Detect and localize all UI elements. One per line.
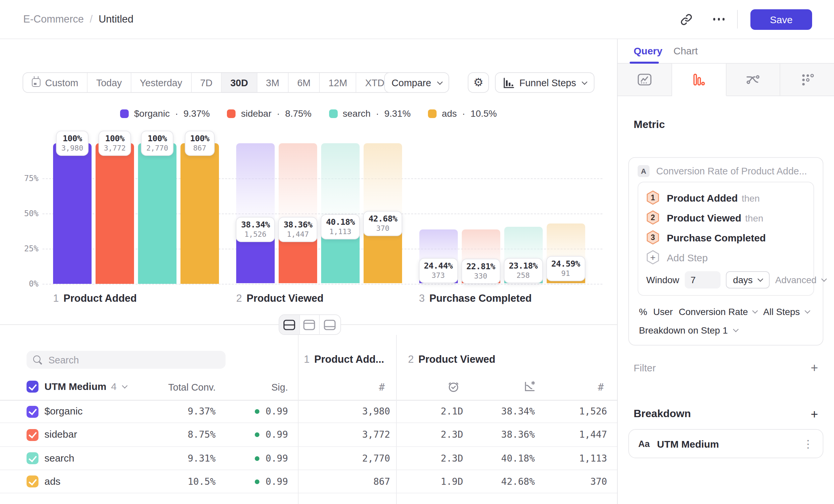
funnel-bar-ads-step1[interactable]: [180, 143, 219, 283]
date-range-7d[interactable]: 7D: [192, 73, 222, 92]
metric-letter-badge: A: [638, 165, 650, 177]
chevron-down-icon: [122, 383, 127, 388]
date-range-30d[interactable]: 30D: [222, 73, 257, 92]
date-range-custom[interactable]: Custom: [23, 73, 88, 92]
breadcrumb-parent[interactable]: E-Commerce: [23, 13, 84, 25]
cell-step2-time: 2.3D: [441, 429, 463, 440]
query-step-2[interactable]: 2Product Viewed then: [646, 208, 806, 227]
count-icon[interactable]: #: [379, 381, 385, 393]
bar-value-label[interactable]: 24.44%373: [419, 258, 458, 283]
breakdown-item[interactable]: Aa UTM Medium ⋮: [628, 429, 824, 458]
funnel-bar-search-step1[interactable]: [138, 143, 176, 283]
window-value-input[interactable]: [685, 271, 721, 289]
legend-item-ads[interactable]: ads·10.5%: [428, 108, 497, 119]
app-window: E-Commerce / Untitled Save CustomTodayYe…: [0, 0, 834, 504]
advanced-toggle[interactable]: Advanced: [775, 275, 826, 285]
breakdown-property-name: UTM Medium: [657, 438, 719, 449]
select-all-checkbox[interactable]: [26, 381, 39, 393]
row-checkbox[interactable]: [26, 452, 39, 464]
chart-legend: $organic·9.37%sidebar·8.75%search·9.31%a…: [0, 108, 617, 119]
funnel-ghost-bar: [279, 143, 317, 229]
sig-column-header[interactable]: Sig.: [271, 382, 288, 393]
date-range-today[interactable]: Today: [88, 73, 131, 92]
table-row-ads[interactable]: ads10.5%0.998671.9D42.68%370: [0, 470, 617, 494]
table-row-search[interactable]: search9.31%0.992,7702.3D40.18%1,113: [0, 446, 617, 470]
date-range-6m[interactable]: 6M: [289, 73, 320, 92]
save-button[interactable]: Save: [750, 9, 812, 29]
query-step-3[interactable]: 3Purchase Completed: [646, 227, 806, 247]
table-row-organic[interactable]: $organic9.37%0.993,9802.1D38.34%1,526: [0, 400, 617, 423]
bar-value-label[interactable]: 100%867: [185, 130, 215, 156]
add-filter-button[interactable]: +: [811, 361, 818, 374]
compare-button[interactable]: Compare: [384, 72, 449, 93]
table-search[interactable]: [26, 351, 225, 369]
bar-value-label[interactable]: 42.68%370: [363, 211, 403, 236]
sig-dot-icon: [255, 433, 260, 437]
breakdown-heading: Breakdown: [634, 408, 691, 420]
row-name: search: [44, 452, 74, 463]
row-checkbox[interactable]: [26, 429, 39, 441]
legend-item-search[interactable]: search·9.31%: [329, 108, 411, 119]
cell-step1-count: 2,770: [362, 453, 390, 463]
time-to-convert-icon[interactable]: [447, 380, 460, 395]
legend-item-organic[interactable]: $organic·9.37%: [120, 108, 210, 119]
breakdown-on-step-dropdown[interactable]: Breakdown on Step 1: [638, 324, 814, 337]
y-axis-tick: 50%: [7, 209, 39, 218]
bar-value-label[interactable]: 100%2,770: [141, 130, 174, 156]
bar-value-label[interactable]: 22.81%330: [461, 259, 501, 284]
report-canvas: CustomTodayYesterday7D30D3M6M12MXTD Comp…: [0, 39, 617, 504]
bar-value-label[interactable]: 100%3,772: [98, 130, 131, 156]
table-row-sidebar[interactable]: sidebar8.75%0.993,7722.3D38.36%1,447: [0, 423, 617, 447]
date-range-yesterday[interactable]: Yesterday: [131, 73, 192, 92]
funnel-bar-sidebar-step1[interactable]: [95, 143, 134, 283]
kebab-menu-icon[interactable]: ⋮: [803, 437, 813, 450]
tab-retention-report[interactable]: [781, 64, 834, 96]
layout-toggle-chart-only[interactable]: [300, 315, 320, 334]
conversion-rate-icon[interactable]: [524, 380, 536, 395]
measure-entity[interactable]: User: [653, 306, 673, 317]
more-menu-button[interactable]: [713, 18, 725, 21]
search-input[interactable]: [48, 354, 219, 365]
tab-funnels-report[interactable]: [672, 64, 726, 96]
bar-value-label[interactable]: 38.36%1,447: [278, 217, 318, 242]
query-step-1[interactable]: 1Product Added then: [646, 188, 806, 208]
add-step-button[interactable]: + Add Step: [646, 247, 806, 267]
window-unit-select[interactable]: days: [726, 271, 770, 289]
filter-section: Filter +: [628, 360, 824, 375]
count-icon[interactable]: #: [598, 381, 604, 393]
breadcrumb-current[interactable]: Untitled: [98, 13, 133, 25]
group-column-header[interactable]: UTM Medium 4: [44, 381, 126, 392]
bar-value-label[interactable]: 100%3,980: [56, 130, 89, 156]
tab-query[interactable]: Query: [634, 45, 662, 56]
bar-value-label[interactable]: 24.59%91: [546, 256, 586, 281]
row-checkbox[interactable]: [26, 406, 39, 417]
add-breakdown-button[interactable]: +: [811, 408, 818, 420]
total-conv-column-header[interactable]: Total Conv.: [168, 382, 216, 393]
date-range-12m[interactable]: 12M: [320, 73, 356, 92]
tab-chart[interactable]: Chart: [674, 45, 698, 56]
measure-metric-dropdown[interactable]: Conversion Rate: [679, 306, 758, 317]
tab-flows-report[interactable]: [726, 64, 781, 96]
chart-type-selector[interactable]: Funnel Steps: [495, 72, 594, 93]
cell-step2-rate: 40.18%: [501, 453, 535, 463]
bar-value-label[interactable]: 23.18%258: [504, 258, 543, 283]
layout-toggle-split[interactable]: [279, 315, 300, 334]
bar-value-label[interactable]: 40.18%1,113: [321, 214, 360, 240]
share-link-button[interactable]: [677, 10, 696, 28]
step-axis-label-1[interactable]: 1Product Added: [53, 293, 137, 304]
tab-insights-report[interactable]: [618, 64, 672, 96]
row-checkbox[interactable]: [26, 476, 39, 488]
y-axis-tick: 0%: [7, 279, 39, 288]
step-number-hexagon-icon: 3: [646, 230, 659, 245]
legend-item-sidebar[interactable]: sidebar·8.75%: [227, 108, 311, 119]
date-range-3m[interactable]: 3M: [258, 73, 289, 92]
step-axis-label-3[interactable]: 3Purchase Completed: [419, 293, 532, 304]
metric-title-row[interactable]: A Conversion Rate of Product Adde...: [638, 164, 814, 178]
chart-settings-button[interactable]: ⚙: [468, 72, 489, 93]
funnel-bar-organic-step1[interactable]: [53, 143, 92, 283]
layout-toggle-table-only[interactable]: [320, 315, 340, 334]
bar-value-label[interactable]: 38.34%1,526: [236, 217, 275, 242]
step-number-hexagon-icon: 1: [646, 190, 659, 205]
step-axis-label-2[interactable]: 2Product Viewed: [236, 293, 324, 304]
measure-scope-dropdown[interactable]: All Steps: [763, 306, 809, 317]
